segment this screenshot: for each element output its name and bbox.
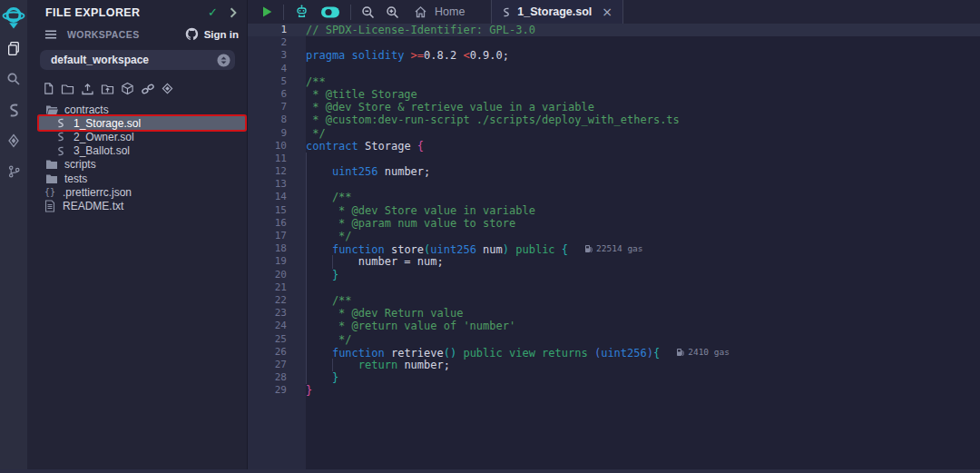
- tree-item--prettierrc-json[interactable]: {}.prettierrc.json: [39, 185, 247, 199]
- code-editor[interactable]: 1// SPDX-License-Identifier: GPL-3.023pr…: [248, 24, 980, 473]
- code-line-content[interactable]: }: [306, 371, 980, 384]
- close-icon[interactable]: ×: [602, 5, 612, 19]
- code-line-17[interactable]: 17 */: [248, 230, 980, 242]
- create-file-button[interactable]: [43, 82, 54, 95]
- code-line-16[interactable]: 16 * @param num value to store: [248, 217, 980, 230]
- zoom-in-icon[interactable]: [380, 5, 405, 19]
- create-folder-button[interactable]: [61, 83, 74, 95]
- activity-file-explorer[interactable]: [0, 33, 27, 64]
- ai-copilot-toggle-on[interactable]: [315, 5, 346, 19]
- code-line-content[interactable]: [306, 178, 980, 191]
- activity-search[interactable]: [0, 64, 27, 94]
- tree-item-scripts[interactable]: scripts: [39, 158, 247, 172]
- code-line-21[interactable]: 21: [248, 281, 980, 294]
- code-line-22[interactable]: 22 /**: [248, 294, 980, 307]
- code-line-2[interactable]: 2: [248, 36, 980, 49]
- code-line-content[interactable]: /**: [306, 191, 980, 203]
- tree-item-tests[interactable]: tests: [39, 172, 247, 185]
- code-line-content[interactable]: */: [306, 333, 980, 346]
- code-line-25[interactable]: 25 */: [248, 333, 980, 346]
- activity-solidity-compiler[interactable]: [0, 94, 27, 125]
- code-line-content[interactable]: number = num;: [306, 255, 980, 268]
- hamburger-icon[interactable]: [44, 29, 57, 40]
- code-line-1[interactable]: 1// SPDX-License-Identifier: GPL-3.0: [248, 24, 980, 36]
- code-line-content[interactable]: [306, 153, 980, 165]
- code-line-content[interactable]: * @return value of 'number': [306, 320, 980, 332]
- code-line-content[interactable]: * @param num value to store: [306, 217, 980, 230]
- code-line-20[interactable]: 20 }: [248, 269, 980, 281]
- code-line-content[interactable]: /**: [306, 294, 980, 307]
- line-number: 14: [248, 191, 306, 203]
- code-line-13[interactable]: 13: [248, 178, 980, 191]
- connect-localhost-button[interactable]: [162, 83, 173, 94]
- code-line-content[interactable]: [306, 281, 980, 294]
- code-line-9[interactable]: 9 */: [248, 127, 980, 140]
- code-line-29[interactable]: 29}: [248, 384, 980, 397]
- line-number: 19: [248, 255, 306, 268]
- line-number: 9: [248, 127, 306, 140]
- code-line-7[interactable]: 7 * @dev Store & retrieve value in a var…: [248, 101, 980, 113]
- import-ipfs-button[interactable]: [121, 82, 134, 95]
- ai-assistant-button[interactable]: [289, 5, 315, 19]
- code-line-28[interactable]: 28 }: [248, 371, 980, 384]
- code-line-content[interactable]: function retrieve() public view returns …: [306, 346, 980, 359]
- code-line-5[interactable]: 5/**: [248, 75, 980, 88]
- tree-item-1-storage-sol[interactable]: 1_Storage.sol: [39, 116, 245, 130]
- code-line-content[interactable]: return number;: [306, 359, 980, 371]
- tree-item-3-ballot-sol[interactable]: 3_Ballot.sol: [39, 144, 247, 158]
- code-line-27[interactable]: 27 return number;: [248, 359, 980, 371]
- code-line-14[interactable]: 14 /**: [248, 191, 980, 203]
- tree-item-2-owner-sol[interactable]: 2_Owner.sol: [39, 130, 247, 143]
- code-line-24[interactable]: 24 * @return value of 'number': [248, 320, 980, 332]
- tab-1-storage-sol[interactable]: 1_Storage.sol ×: [491, 0, 623, 24]
- tree-item-readme-txt[interactable]: README.txt: [39, 199, 247, 212]
- code-line-12[interactable]: 12 uint256 number;: [248, 165, 980, 178]
- code-line-content[interactable]: // SPDX-License-Identifier: GPL-3.0: [306, 24, 980, 36]
- code-line-content[interactable]: [306, 63, 980, 75]
- upload-file-button[interactable]: [81, 83, 94, 95]
- code-line-3[interactable]: 3pragma solidity >=0.8.2 <0.9.0;: [248, 49, 980, 62]
- editor-empty-area[interactable]: [248, 397, 980, 473]
- code-line-content[interactable]: */: [306, 230, 980, 242]
- code-line-content[interactable]: contract Storage {: [306, 140, 980, 153]
- code-line-content[interactable]: uint256 number;: [306, 165, 980, 178]
- check-icon[interactable]: ✓: [208, 5, 218, 19]
- code-line-content[interactable]: [306, 36, 980, 49]
- chevron-right-icon[interactable]: [229, 7, 238, 18]
- code-line-18[interactable]: 18 function store(uint256 num) public {2…: [248, 242, 980, 255]
- remix-ide-window: FILE EXPLORER ✓ WORKSPACES Sign in defau…: [0, 0, 980, 473]
- zoom-out-icon[interactable]: [356, 5, 380, 19]
- tree-item-contracts[interactable]: contracts: [39, 103, 247, 116]
- code-line-content[interactable]: * @dev Store & retrieve value in a varia…: [306, 101, 980, 113]
- code-line-content[interactable]: function store(uint256 num) public {2251…: [306, 242, 980, 255]
- sign-in-button[interactable]: Sign in: [185, 27, 239, 41]
- code-line-content[interactable]: */: [306, 127, 980, 140]
- code-line-19[interactable]: 19 number = num;: [248, 255, 980, 268]
- activity-git[interactable]: [0, 156, 27, 187]
- run-script-button[interactable]: [256, 5, 279, 18]
- activity-deploy-run[interactable]: [0, 125, 27, 156]
- code-line-content[interactable]: /**: [306, 75, 980, 88]
- code-line-content[interactable]: * @dev Return value: [306, 307, 980, 320]
- code-line-15[interactable]: 15 * @dev Store value in variable: [248, 204, 980, 217]
- code-line-content[interactable]: }: [306, 384, 980, 397]
- code-line-26[interactable]: 26 function retrieve() public view retur…: [248, 346, 980, 359]
- terminal-edge[interactable]: [0, 469, 980, 473]
- workspace-select[interactable]: default_workspace: [40, 50, 235, 70]
- code-line-content[interactable]: pragma solidity >=0.8.2 <0.9.0;: [306, 49, 980, 62]
- code-line-10[interactable]: 10contract Storage {: [248, 140, 980, 153]
- code-line-content[interactable]: * @title Storage: [306, 88, 980, 101]
- code-line-4[interactable]: 4: [248, 63, 980, 75]
- code-line-content[interactable]: * @dev Store value in variable: [306, 204, 980, 217]
- upload-folder-button[interactable]: [101, 83, 114, 95]
- code-line-8[interactable]: 8 * @custom:dev-run-script ./scripts/dep…: [248, 113, 980, 126]
- remix-logo-icon[interactable]: [2, 2, 25, 33]
- code-line-content[interactable]: }: [306, 269, 980, 281]
- import-url-button[interactable]: [141, 83, 155, 95]
- solidity-icon: [7, 103, 21, 118]
- code-line-6[interactable]: 6 * @title Storage: [248, 88, 980, 101]
- code-line-23[interactable]: 23 * @dev Return value: [248, 307, 980, 320]
- tab-home[interactable]: Home: [405, 0, 478, 24]
- code-line-11[interactable]: 11: [248, 153, 980, 165]
- code-line-content[interactable]: * @custom:dev-run-script ./scripts/deplo…: [306, 113, 980, 126]
